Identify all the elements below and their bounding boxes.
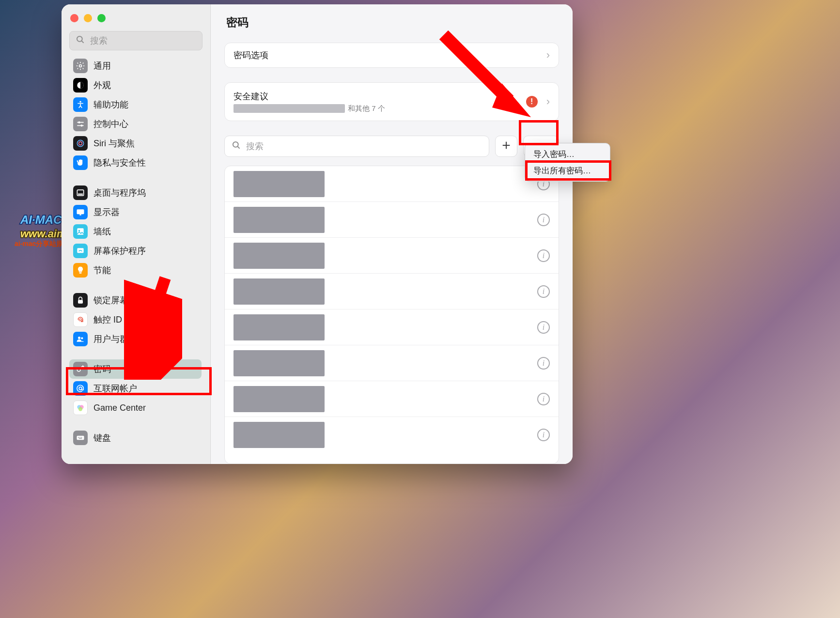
keyboard-icon — [73, 431, 88, 445]
info-icon[interactable]: i — [537, 249, 550, 262]
sidebar-item-gear[interactable]: 通用 — [69, 56, 202, 76]
sidebar-item-display[interactable]: 显示器 — [69, 202, 202, 222]
password-options-label: 密码选项 — [233, 49, 268, 61]
sidebar-item-label: 密码 — [93, 363, 111, 375]
window-controls — [62, 10, 210, 31]
password-options-row[interactable]: 密码选项 › — [224, 43, 559, 68]
svg-point-20 — [78, 337, 80, 339]
svg-line-33 — [238, 147, 240, 149]
password-row[interactable]: i — [225, 381, 559, 417]
svg-point-10 — [79, 142, 82, 145]
fullscreen-button[interactable] — [97, 14, 106, 22]
redacted-block — [233, 422, 325, 448]
more-actions-menu: 导入密码… 导出所有密码… — [525, 143, 610, 182]
close-button[interactable] — [70, 14, 78, 22]
svg-point-7 — [78, 122, 80, 124]
sidebar: 通用外观辅助功能控制中心Siri 与聚焦隐私与安全性桌面与程序坞显示器墙纸屏幕保… — [62, 4, 211, 464]
sidebar-search[interactable] — [69, 31, 202, 50]
menu-export-all-passwords[interactable]: 导出所有密码… — [528, 162, 607, 179]
redacted-block — [233, 350, 325, 376]
info-icon[interactable]: i — [537, 357, 550, 370]
sidebar-item-label: 显示器 — [93, 206, 120, 218]
info-icon[interactable]: i — [537, 321, 550, 334]
bulb-icon — [73, 263, 88, 278]
siri-icon — [73, 136, 88, 151]
info-icon[interactable]: i — [537, 214, 550, 226]
sliders-icon — [73, 117, 88, 131]
svg-rect-18 — [79, 272, 82, 274]
chevron-right-icon: › — [546, 49, 550, 62]
sidebar-item-users[interactable]: 用户与群组 — [69, 329, 202, 349]
sidebar-item-at[interactable]: 互联网帐户 — [69, 379, 202, 398]
redacted-block — [233, 104, 345, 113]
password-row[interactable]: i — [225, 274, 559, 309]
sidebar-item-label: 墙纸 — [93, 226, 111, 237]
sidebar-item-fingerprint[interactable]: 触控 ID 与密码 — [69, 310, 202, 329]
svg-point-26 — [78, 407, 82, 411]
search-icon — [76, 35, 85, 47]
sidebar-item-hand[interactable]: 隐私与安全性 — [69, 153, 202, 172]
sidebar-item-sliders[interactable]: 控制中心 — [69, 114, 202, 134]
svg-point-9 — [77, 140, 83, 146]
sidebar-item-lock[interactable]: 锁定屏幕 — [69, 291, 202, 310]
menu-import-passwords[interactable]: 导入密码… — [528, 146, 607, 162]
security-subtitle: 和其他 7 个 — [233, 104, 385, 113]
hand-icon — [73, 155, 88, 170]
minimize-button[interactable] — [84, 14, 92, 22]
passwords-search-input[interactable] — [246, 141, 482, 152]
password-row[interactable]: i — [225, 202, 559, 238]
info-icon[interactable]: i — [537, 285, 550, 298]
svg-rect-15 — [77, 228, 83, 234]
sidebar-item-dock[interactable]: 桌面与程序坞 — [69, 183, 202, 202]
passwords-search[interactable] — [224, 136, 489, 157]
svg-point-23 — [79, 387, 82, 390]
sidebar-item-screensaver[interactable]: 屏幕保护程序 — [69, 241, 202, 261]
sidebar-search-input[interactable] — [90, 36, 202, 46]
svg-rect-30 — [81, 437, 82, 438]
redacted-block — [233, 386, 325, 412]
sidebar-item-siri[interactable]: Siri 与聚焦 — [69, 134, 202, 153]
page-title: 密码 — [226, 15, 559, 30]
sidebar-item-gamecenter[interactable]: Game Center — [69, 398, 202, 417]
info-icon[interactable]: i — [537, 393, 550, 405]
accessibility-icon — [73, 97, 88, 112]
svg-rect-19 — [78, 300, 83, 304]
plus-icon — [501, 140, 512, 153]
sidebar-item-wallpaper[interactable]: 墙纸 — [69, 222, 202, 241]
sidebar-item-bulb[interactable]: 节能 — [69, 261, 202, 280]
password-row[interactable]: i — [225, 345, 559, 381]
password-row[interactable]: i — [225, 417, 559, 453]
sidebar-item-label: 屏幕保护程序 — [93, 245, 146, 257]
svg-point-8 — [80, 124, 82, 126]
sidebar-item-label: 隐私与安全性 — [93, 157, 146, 169]
settings-window: 通用外观辅助功能控制中心Siri 与聚焦隐私与安全性桌面与程序坞显示器墙纸屏幕保… — [62, 4, 573, 464]
users-icon — [73, 332, 88, 346]
display-icon — [73, 205, 88, 219]
passwords-toolbar — [224, 136, 559, 157]
redacted-block — [233, 278, 325, 305]
redacted-block — [233, 171, 325, 197]
screensaver-icon — [73, 244, 88, 258]
add-password-button[interactable] — [495, 136, 517, 157]
svg-point-2 — [79, 65, 82, 67]
svg-rect-12 — [78, 194, 83, 195]
sidebar-item-keyboard[interactable]: 键盘 — [69, 428, 202, 448]
sidebar-item-label: 节能 — [93, 264, 111, 276]
sidebar-item-label: 辅助功能 — [93, 99, 128, 110]
info-icon[interactable]: i — [537, 429, 550, 441]
dock-icon — [73, 185, 88, 200]
password-row[interactable]: i — [225, 166, 559, 202]
svg-point-32 — [233, 142, 238, 147]
sidebar-item-label: 触控 ID 与密码 — [93, 314, 151, 325]
security-recommendations-row[interactable]: 安全建议 和其他 7 个 ! › — [224, 82, 559, 121]
sidebar-item-key[interactable]: 密码 — [69, 359, 202, 379]
sidebar-item-appearance[interactable]: 外观 — [69, 76, 202, 95]
fingerprint-icon — [73, 312, 88, 327]
password-row[interactable]: i — [225, 309, 559, 345]
wallpaper-icon — [73, 224, 88, 239]
svg-rect-29 — [79, 437, 80, 438]
sidebar-item-accessibility[interactable]: 辅助功能 — [69, 95, 202, 114]
svg-rect-28 — [78, 437, 79, 438]
password-row[interactable]: i — [225, 238, 559, 274]
redacted-block — [233, 207, 325, 233]
